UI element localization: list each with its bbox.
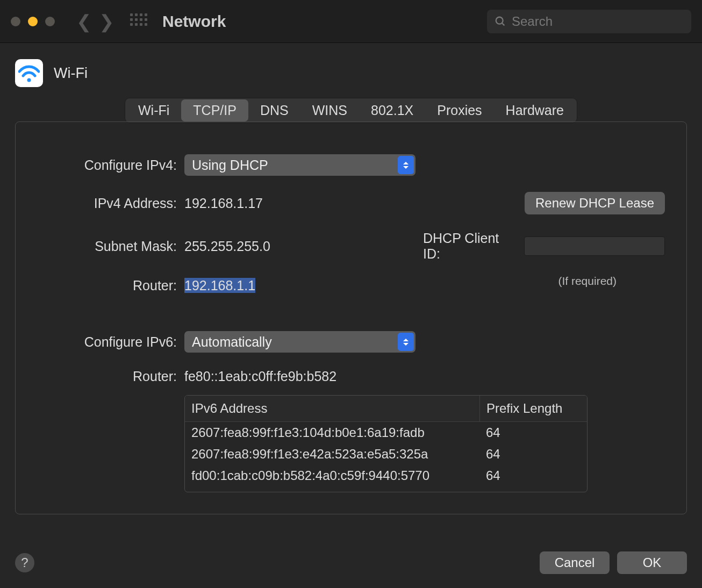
tab-dns[interactable]: DNS <box>248 99 300 121</box>
ipv6-address-cell: 2607:fea8:99f:f1e3:104d:b0e1:6a19:fadb <box>185 422 479 443</box>
tab-8021x[interactable]: 802.1X <box>359 99 425 121</box>
ipv4-router-label: Router: <box>37 278 177 293</box>
ipv4-router-value[interactable]: 192.168.1.1 <box>184 278 255 293</box>
ipv4-address-label: IPv4 Address: <box>37 196 177 211</box>
ipv6-prefix-cell: 64 <box>479 465 587 486</box>
close-button[interactable] <box>11 17 20 26</box>
configure-ipv4-dropdown[interactable]: Using DHCP <box>184 154 416 176</box>
network-window: ❮ ❯ Network Search Wi-Fi Wi-FiTCP/IPDNSW… <box>0 0 702 588</box>
ipv6-router-label: Router: <box>37 369 177 384</box>
ipv6-prefix-cell: 64 <box>479 443 587 465</box>
all-prefs-icon[interactable] <box>130 13 146 30</box>
maximize-button[interactable] <box>45 17 55 26</box>
ipv6-row[interactable]: 2607:fea8:99f:f1e3:e42a:523a:e5a5:325a64 <box>185 443 587 465</box>
page-subtitle: Wi-Fi <box>54 65 88 82</box>
configure-ipv4-label: Configure IPv4: <box>37 157 177 173</box>
ipv6-address-cell: fd00:1cab:c09b:b582:4a0:c59f:9440:5770 <box>185 465 479 486</box>
back-button[interactable]: ❮ <box>76 11 91 32</box>
dhcp-client-id-label: DHCP Client ID: <box>423 231 517 262</box>
dropdown-arrows-icon <box>398 333 414 351</box>
ipv6-address-table: IPv6 Address Prefix Length 2607:fea8:99f… <box>184 395 588 492</box>
search-icon <box>495 16 506 27</box>
tab-hardware[interactable]: Hardware <box>494 99 576 121</box>
renew-dhcp-button[interactable]: Renew DHCP Lease <box>525 192 665 214</box>
ipv6-router-value: fe80::1eab:c0ff:fe9b:b582 <box>184 369 665 384</box>
configure-ipv6-label: Configure IPv6: <box>37 334 177 350</box>
nav-arrows: ❮ ❯ <box>76 11 114 32</box>
dropdown-arrows-icon <box>398 156 414 174</box>
search-placeholder: Search <box>512 14 553 29</box>
titlebar: ❮ ❯ Network Search <box>0 0 702 43</box>
tab-wifi[interactable]: Wi-Fi <box>126 99 181 121</box>
footer: ? Cancel OK <box>15 551 687 574</box>
svg-line-1 <box>502 23 505 25</box>
ipv6-row[interactable]: 2607:fea8:99f:f1e3:104d:b0e1:6a19:fadb64 <box>185 422 587 443</box>
tab-wins[interactable]: WINS <box>300 99 359 121</box>
settings-panel: Configure IPv4: Using DHCP IPv4 Address:… <box>15 121 687 514</box>
ipv6-row[interactable]: fd00:1cab:c09b:b582:4a0:c59f:9440:577064 <box>185 465 587 486</box>
configure-ipv4-value: Using DHCP <box>192 157 268 173</box>
ipv6-col-prefix[interactable]: Prefix Length <box>479 396 587 421</box>
dhcp-client-id-input[interactable] <box>524 236 665 256</box>
forward-button[interactable]: ❯ <box>99 11 114 32</box>
tab-proxies[interactable]: Proxies <box>425 99 493 121</box>
ipv6-address-cell: 2607:fea8:99f:f1e3:e42a:523a:e5a5:325a <box>185 443 479 465</box>
window-controls <box>11 17 55 26</box>
tab-tcpip[interactable]: TCP/IP <box>181 99 248 121</box>
ipv6-col-address[interactable]: IPv6 Address <box>185 396 479 421</box>
subnet-mask-label: Subnet Mask: <box>37 239 177 254</box>
svg-point-2 <box>27 78 31 82</box>
wifi-icon <box>15 59 43 87</box>
svg-point-0 <box>496 17 503 24</box>
dhcp-client-id-hint: (If required) <box>558 275 617 287</box>
window-title: Network <box>162 12 226 31</box>
subnet-mask-value: 255.255.255.0 <box>184 239 416 254</box>
search-field[interactable]: Search <box>487 10 691 33</box>
ipv6-prefix-cell: 64 <box>479 422 587 443</box>
tabs: Wi-FiTCP/IPDNSWINS802.1XProxiesHardware <box>125 98 577 123</box>
configure-ipv6-dropdown[interactable]: Automatically <box>184 331 416 353</box>
ipv4-address-value: 192.168.1.17 <box>184 196 416 211</box>
cancel-button[interactable]: Cancel <box>540 551 610 574</box>
help-button[interactable]: ? <box>15 553 34 572</box>
minimize-button[interactable] <box>28 17 38 26</box>
ok-button[interactable]: OK <box>617 551 687 574</box>
page-header: Wi-Fi <box>15 59 687 87</box>
configure-ipv6-value: Automatically <box>192 334 272 350</box>
